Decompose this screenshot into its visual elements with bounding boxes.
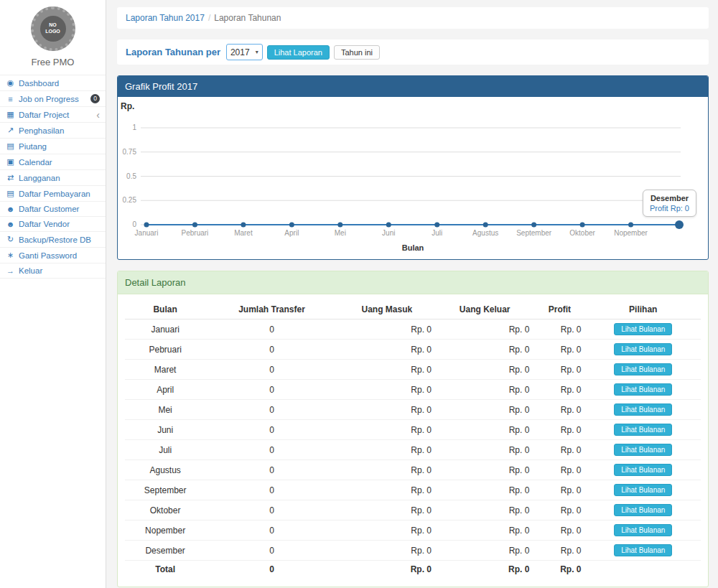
lihat-bulanan-button[interactable]: Lihat Bulanan — [614, 383, 672, 396]
breadcrumb-separator: / — [208, 13, 210, 23]
tahun-ini-button[interactable]: Tahun ini — [334, 45, 380, 60]
cell-action: Lihat Bulanan — [586, 420, 701, 440]
cell-jumlah-transfer: 0 — [205, 521, 337, 541]
cell-uang-masuk: Rp. 0 — [338, 561, 436, 579]
cell-action: Lihat Bulanan — [586, 380, 701, 400]
sidebar-item-langganan[interactable]: ⇄Langganan — [0, 170, 106, 186]
cell-jumlah-transfer: 0 — [205, 460, 337, 480]
breadcrumb: Laporan Tahun 2017/Laporan Tahunan — [117, 7, 709, 29]
lihat-bulanan-button[interactable]: Lihat Bulanan — [614, 504, 672, 516]
chart-point[interactable] — [192, 223, 197, 228]
chart-point[interactable] — [144, 223, 149, 228]
chart-point[interactable] — [386, 223, 391, 228]
lihat-bulanan-button[interactable]: Lihat Bulanan — [614, 484, 672, 496]
chart-point[interactable] — [337, 223, 342, 228]
cell-action: Lihat Bulanan — [586, 319, 701, 340]
sidebar-item-piutang[interactable]: ▤Piutang — [0, 139, 106, 154]
column-header: Uang Masuk — [338, 300, 436, 319]
lihat-bulanan-button[interactable]: Lihat Bulanan — [614, 524, 672, 536]
sidebar-item-ganti-password[interactable]: ∗Ganti Password — [0, 248, 106, 263]
cell-uang-keluar: Rp. 0 — [436, 521, 533, 541]
app-logo: NO LOGO — [31, 6, 75, 51]
chart-point[interactable] — [675, 220, 684, 229]
cell-uang-keluar: Rp. 0 — [436, 541, 533, 561]
cell-uang-keluar: Rp. 0 — [436, 460, 533, 480]
sidebar-item-daftar-vendor[interactable]: ☻Daftar Vendor — [0, 217, 106, 232]
subscription-icon: ⇄ — [6, 173, 15, 182]
sidebar-item-job-on-progress[interactable]: ≡Job on Progress0 — [0, 91, 106, 107]
cell-uang-keluar: Rp. 0 — [436, 561, 533, 579]
chart-point[interactable] — [241, 223, 246, 228]
cell-month: Nopember — [125, 521, 205, 541]
y-axis-title: Rp. — [121, 101, 134, 111]
chart-panel-title: Grafik Profit 2017 — [118, 76, 708, 97]
sidebar-item-label: Piutang — [19, 142, 47, 151]
lihat-bulanan-button[interactable]: Lihat Bulanan — [614, 403, 672, 416]
app-name: Free PMO — [0, 57, 106, 67]
detail-panel-title: Detail Laporan — [118, 271, 708, 294]
cell-uang-masuk: Rp. 0 — [338, 521, 436, 541]
tooltip-value: Profit Rp: 0 — [650, 204, 689, 213]
profit-line-chart[interactable]: Rp.00.250.50.751JanuariPebruariMaretApri… — [121, 100, 705, 256]
cell-jumlah-transfer: 0 — [205, 340, 337, 360]
sidebar-item-daftar-project[interactable]: ▦Daftar Project‹ — [0, 107, 106, 123]
sidebar-item-dashboard[interactable]: ◉Dashboard — [0, 75, 106, 91]
cell-profit: Rp. 0 — [533, 541, 585, 561]
y-tick-label: 0.5 — [126, 172, 136, 180]
count-badge: 0 — [90, 94, 100, 103]
lihat-bulanan-button[interactable]: Lihat Bulanan — [614, 323, 672, 335]
detail-table-wrapper: BulanJumlah TransferUang MasukUang Kelua… — [118, 294, 708, 587]
table-row: Mei0Rp. 0Rp. 0Rp. 0Lihat Bulanan — [125, 400, 701, 420]
total-row: Total0Rp. 0Rp. 0Rp. 0 — [125, 561, 701, 579]
filter-label: Laporan Tahunan per — [126, 47, 220, 57]
column-header: Pilihan — [586, 300, 701, 319]
lihat-bulanan-button[interactable]: Lihat Bulanan — [614, 343, 672, 355]
breadcrumb-link[interactable]: Laporan Tahun 2017 — [126, 13, 205, 23]
y-tick-label: 0 — [132, 220, 136, 228]
tooltip-title: Desember — [650, 194, 689, 202]
sidebar-item-backup-restore-db[interactable]: ↻Backup/Restore DB — [0, 232, 106, 248]
column-header: Uang Keluar — [436, 300, 533, 319]
chart-body: Rp.00.250.50.751JanuariPebruariMaretApri… — [118, 97, 708, 259]
sidebar-item-penghasilan[interactable]: ↗Penghasilan — [0, 123, 106, 139]
cell-action: Lihat Bulanan — [586, 480, 701, 500]
cell-month: Desember — [125, 541, 205, 561]
cell-jumlah-transfer: 0 — [205, 500, 337, 521]
sidebar-item-calendar[interactable]: ▣Calendar — [0, 154, 106, 170]
sidebar-item-label: Penghasilan — [19, 126, 64, 135]
cell-uang-keluar: Rp. 0 — [436, 319, 533, 340]
lihat-bulanan-button[interactable]: Lihat Bulanan — [614, 544, 672, 556]
sidebar-item-label: Backup/Restore DB — [19, 235, 91, 244]
x-tick-label: Juli — [432, 229, 442, 237]
chart-point[interactable] — [483, 223, 488, 228]
year-select[interactable]: 2017 ▾ — [226, 44, 263, 60]
lihat-bulanan-button[interactable]: Lihat Bulanan — [614, 424, 672, 436]
cell-jumlah-transfer: 0 — [205, 480, 337, 500]
cell-uang-masuk: Rp. 0 — [338, 500, 436, 521]
chevron-left-icon: ‹ — [96, 111, 100, 118]
tasks-icon: ≡ — [6, 95, 15, 103]
lihat-bulanan-button[interactable]: Lihat Bulanan — [614, 444, 672, 456]
cell-month: April — [125, 380, 205, 400]
chart-point[interactable] — [289, 223, 294, 228]
lihat-laporan-button[interactable]: Lihat Laporan — [267, 45, 330, 60]
cell-jumlah-transfer: 0 — [205, 360, 337, 380]
lihat-bulanan-button[interactable]: Lihat Bulanan — [614, 464, 672, 476]
x-tick-label: Pebruari — [182, 229, 209, 237]
x-tick-label: April — [284, 229, 299, 237]
profit-chart-panel: Grafik Profit 2017 Rp.00.250.50.751Janua… — [117, 75, 709, 260]
chart-point[interactable] — [531, 223, 536, 228]
logo-area: NO LOGO Free PMO — [0, 0, 106, 75]
cell-month: Juni — [125, 420, 205, 440]
app-layout: NO LOGO Free PMO ◉Dashboard≡Job on Progr… — [0, 0, 718, 588]
cell-profit: Rp. 0 — [533, 440, 585, 460]
chart-point[interactable] — [580, 223, 585, 228]
sidebar-item-daftar-pembayaran[interactable]: ▤Daftar Pembayaran — [0, 186, 106, 202]
sidebar-item-keluar[interactable]: →Keluar — [0, 263, 106, 279]
cell-month: Juli — [125, 440, 205, 460]
sidebar-item-daftar-customer[interactable]: ☻Daftar Customer — [0, 202, 106, 217]
report-filter-panel: Laporan Tahunan per 2017 ▾ Lihat Laporan… — [117, 39, 709, 65]
chart-point[interactable] — [628, 223, 633, 228]
lihat-bulanan-button[interactable]: Lihat Bulanan — [614, 363, 672, 375]
chart-point[interactable] — [434, 223, 439, 228]
